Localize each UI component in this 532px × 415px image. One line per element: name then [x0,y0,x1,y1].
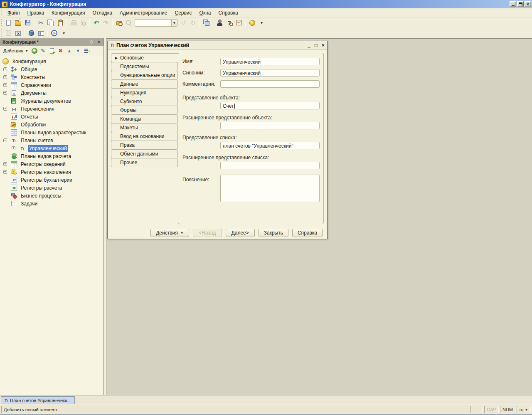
tree-item[interactable]: Бизнес-процессы [0,192,103,200]
undo-button[interactable] [91,18,101,27]
minimize-button[interactable] [510,1,516,7]
tree-item[interactable]: +Документы [0,89,103,97]
toolbar-grip[interactable] [1,19,2,27]
tab-Данные[interactable]: Данные [111,79,178,89]
pin-icon[interactable] [89,40,94,44]
toolbar-grip[interactable] [1,30,2,36]
tree-item[interactable]: +{..}Перечисления [0,105,103,113]
tab-Обмен данными[interactable]: Обмен данными [111,149,178,158]
tree-item[interactable]: Обработки [0,121,103,128]
expand-icon[interactable]: + [3,162,7,166]
tab-Права[interactable]: Права [111,141,178,150]
tree-item[interactable]: +Константы [0,73,103,81]
dialog-close-button[interactable]: × [322,43,325,48]
reorder-button[interactable] [82,47,91,55]
dialog-minimize-button[interactable]: _ [308,43,310,48]
toolbar-grip[interactable] [1,10,2,16]
tree-item[interactable]: Журналы документов [0,97,103,105]
dialog-maximize-button[interactable]: □ [315,43,318,48]
toolbar-options-button[interactable] [59,29,69,38]
new-file-button[interactable] [4,18,13,27]
close-window-button[interactable] [13,29,23,38]
tree-item[interactable]: −ТтПланы счетов [0,136,103,144]
info-button[interactable] [247,18,257,27]
tab-Макеты[interactable]: Макеты [111,123,178,132]
copy-add-button[interactable] [47,47,56,55]
move-up-button[interactable] [65,47,74,55]
menu-item-Конфигурация[interactable]: Конфигурация [48,9,89,17]
explanation-input[interactable] [220,175,320,202]
tab-Основные[interactable]: ▶Основные [111,53,179,62]
expand-icon[interactable]: + [3,75,7,79]
tree-item[interactable]: ТтРегистры бухгалтерии [0,176,103,184]
db-update-button[interactable] [27,29,36,38]
tab-Формы[interactable]: Формы [111,106,178,115]
move-down-button[interactable] [74,47,82,55]
window-tab-chart-of-accounts[interactable]: Тт План счетов Управленческ... [1,396,75,404]
menu-item-Администрирование[interactable]: Администрирование [116,9,171,17]
toolbar-search-input[interactable] [135,19,171,27]
tree-item[interactable]: Отчеты [0,113,103,121]
help-contents-button[interactable] [234,18,244,27]
copy-button[interactable] [46,18,55,27]
open-button[interactable] [13,18,23,27]
debug-start-button[interactable] [49,29,59,38]
expand-icon[interactable]: + [3,91,7,95]
field-input[interactable] [220,162,320,169]
field-input[interactable]: Управленческий [220,69,320,77]
cut-button[interactable] [36,18,46,27]
menu-item-Файл[interactable]: Файл [4,9,24,17]
form-button[interactable] [36,29,46,38]
expand-icon[interactable]: + [3,107,7,111]
field-input[interactable] [220,122,320,129]
field-input[interactable]: план счетов "Управленческий" [220,142,320,149]
tab-Ввод на основании[interactable]: Ввод на основании [111,132,178,141]
field-input[interactable]: Счет [220,102,320,109]
menu-item-Окна[interactable]: Окна [196,9,215,17]
tree-item[interactable]: Конфигурация [0,57,103,65]
tree-item[interactable]: +Общие [0,65,103,73]
close-button[interactable]: × [525,1,531,7]
tab-Команды[interactable]: Команды [111,114,178,124]
window-copy-button[interactable] [202,18,211,27]
expand-icon[interactable]: + [12,146,15,150]
field-input[interactable] [220,80,320,88]
restore-button[interactable] [517,1,524,7]
menu-item-Отладка[interactable]: Отладка [89,9,116,17]
tree-item[interactable]: +Регистры сведений [0,160,103,168]
indicator-ru[interactable]: ru▼ [517,406,531,413]
paste-button[interactable] [55,18,65,27]
syntax-helper-button[interactable] [215,18,224,27]
tab-Нумерация[interactable]: Нумерация [111,88,178,97]
menu-item-Правка[interactable]: Правка [24,9,48,17]
tree-item[interactable]: Регистры расчета [0,184,103,192]
panel-close-icon[interactable]: × [96,40,102,44]
combobox-dropdown-icon[interactable]: ▼ [171,19,177,27]
save-button[interactable] [23,18,32,27]
expand-icon[interactable]: + [3,170,7,174]
menu-item-Сервис[interactable]: Сервис [171,9,195,17]
dialog-title-bar[interactable]: Тт План счетов Управленческий _ □ × [108,41,327,50]
tab-Субконто[interactable]: Субконто [111,97,178,106]
edit-button[interactable] [39,47,47,55]
actions-dropdown-button[interactable]: Действия ▼ [2,47,30,54]
tree-item[interactable]: +Справочники [0,81,103,89]
Закрыть-button[interactable]: Закрыть [259,229,288,237]
Действия-button[interactable]: Действия▼ [150,229,189,237]
tree-item[interactable]: Задачи [0,200,103,208]
tree-item[interactable]: Планы видов характеристик [0,128,103,136]
tree-item[interactable]: Планы видов расчета [0,152,103,160]
tab-Подсистемы[interactable]: Подсистемы [111,62,178,71]
collapse-icon[interactable]: − [3,138,7,142]
Далее-button[interactable]: Далее> [226,229,255,237]
add-button[interactable] [30,47,39,55]
expand-icon[interactable]: + [3,83,7,87]
find-in-files-button[interactable] [114,18,124,27]
syntax-search-button[interactable] [224,18,234,27]
field-input[interactable]: Управленческий [220,58,320,65]
Справка-button[interactable]: Справка [292,229,323,237]
delete-button[interactable] [56,47,65,55]
tree-item[interactable]: +Регистры накопления [0,168,103,176]
tab-Прочее[interactable]: Прочее [111,158,178,167]
tab-Функциональные опции[interactable]: Функциональные опции [111,71,178,80]
